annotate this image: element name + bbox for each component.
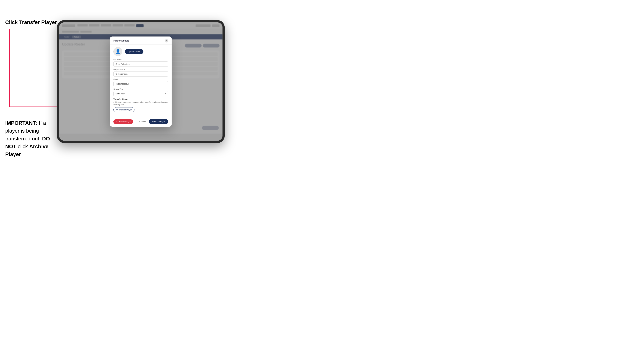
transfer-icon: ⟳ (116, 109, 118, 111)
person-icon: 👤 (116, 49, 120, 54)
modal-title: Player Details (114, 39, 129, 42)
full-name-group: Full Name (114, 59, 168, 67)
tablet-device: Roster Active Update Roster (57, 20, 225, 143)
archive-player-button[interactable]: ⬆ Archive Player (114, 119, 133, 124)
school-year-select[interactable]: First Year Second Year Third Year Fourth… (114, 91, 168, 96)
modal-overlay: Player Details × 👤 Upload Photo (59, 22, 222, 141)
upload-photo-button[interactable]: Upload Photo (125, 49, 144, 54)
transfer-section-label: Transfer Player (114, 98, 168, 100)
archive-btn-label: Archive Player (118, 121, 130, 123)
school-year-label: School Year (114, 88, 168, 90)
modal-close-button[interactable]: × (165, 39, 168, 42)
archive-warning: click (16, 144, 29, 149)
email-group: Email (114, 78, 168, 86)
click-highlight: Transfer Player (19, 19, 57, 25)
save-changes-button[interactable]: Save Changes (149, 119, 168, 124)
transfer-btn-label: Transfer Player (119, 109, 132, 111)
modal-body: 👤 Upload Photo Full Name Display Name (110, 44, 172, 117)
instruction-bottom: IMPORTANT: If a player is being transfer… (5, 119, 58, 158)
avatar: 👤 (114, 47, 122, 56)
email-input[interactable] (114, 81, 168, 86)
display-name-group: Display Name (114, 69, 168, 77)
archive-icon: ⬆ (116, 121, 118, 123)
display-name-input[interactable] (114, 71, 168, 77)
modal-header: Player Details × (110, 36, 172, 44)
transfer-section: Transfer Player If this player has moved… (114, 98, 168, 112)
modal-footer: ⬆ Archive Player Cancel Save Changes (110, 117, 172, 127)
avatar-section: 👤 Upload Photo (114, 47, 168, 56)
cancel-button[interactable]: Cancel (138, 119, 148, 124)
instruction-area: Click Transfer Player (5, 19, 58, 26)
arrow-vertical-line (9, 29, 10, 107)
important-label: IMPORTANT (5, 120, 36, 126)
tablet-screen: Roster Active Update Roster (59, 22, 222, 141)
close-icon: × (166, 40, 167, 42)
full-name-input[interactable] (114, 61, 168, 67)
school-year-group: School Year First Year Second Year Third… (114, 88, 168, 96)
transfer-description: If this player has moved to another scho… (114, 101, 168, 106)
display-name-label: Display Name (114, 69, 168, 71)
full-name-label: Full Name (114, 59, 168, 61)
footer-right: Cancel Save Changes (138, 119, 168, 124)
instruction-click-text: Click Transfer Player (5, 19, 58, 26)
email-label: Email (114, 78, 168, 80)
click-prefix: Click (5, 19, 19, 25)
transfer-player-button[interactable]: ⟳ Transfer Player (114, 107, 134, 112)
player-details-modal: Player Details × 👤 Upload Photo (110, 36, 172, 127)
